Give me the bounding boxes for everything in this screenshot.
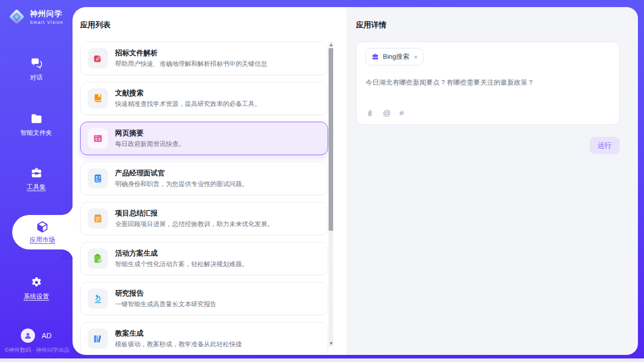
sidebar-item-toolset[interactable]: 工具集: [0, 166, 73, 192]
main-content: 应用列表 招标文件解析 帮助用户快速、准确地理解和解析招标书中的关键信息: [73, 7, 638, 355]
app-list-panel: 应用列表 招标文件解析 帮助用户快速、准确地理解和解析招标书中的关键信息: [73, 7, 346, 355]
sidebar-item-chat[interactable]: 对话: [0, 57, 73, 82]
notepad-icon: [92, 213, 103, 224]
app-card-bid-document-parsing[interactable]: 招标文件解析 帮助用户快速、准确地理解和解析招标书中的关键信息: [80, 42, 328, 75]
chip-close-icon[interactable]: ×: [414, 54, 418, 60]
scrollbar-thumb[interactable]: [329, 48, 333, 231]
app-name: 招标文件解析: [115, 49, 267, 58]
sidebar-item-label: 应用市场: [30, 236, 55, 244]
scroll-up-arrow-icon[interactable]: [329, 42, 333, 48]
app-icon-box: [88, 288, 108, 309]
app-description: 快速精准查找学术资源，提高研究效率的必备工具。: [115, 100, 261, 108]
app-detail-title: 应用详情: [356, 20, 386, 30]
user-name: AD: [42, 332, 51, 340]
sidebar-item-smart-folder[interactable]: 智能文件夹: [0, 112, 73, 137]
app-description: 全面回顾项目进展，总结经验教训，助力未来优化发展。: [115, 220, 274, 229]
blob-curve-top: [62, 204, 73, 215]
app-name: 活动方案生成: [115, 249, 248, 258]
brand-subtitle: Smart Vision: [30, 20, 63, 25]
sidebar-item-label: 智能文件夹: [20, 129, 52, 137]
app-description: 智能生成个性化活动方案，轻松解决规划难题。: [115, 260, 248, 269]
app-icon-box: [88, 168, 108, 189]
prompt-card: Bing搜索 × 今日湖北有哪些新闻要点？有哪些需要关注的最新政策？ @ #: [356, 42, 620, 125]
app-description: 明确身份和职责，为您提供专业性的面试问题。: [115, 180, 248, 189]
tool-chip-label: Bing搜索: [383, 52, 409, 61]
app-card-pm-interviewer[interactable]: 产品经理面试官 明确身份和职责，为您提供专业性的面试问题。: [80, 162, 328, 195]
app-background: 神州问学 Smart Vision 对话 智能文件夹 工具集: [0, 0, 644, 358]
sidebar-item-label: 工具集: [27, 183, 46, 192]
blob-curve-bottom: [62, 249, 73, 261]
cube-icon: [35, 220, 49, 234]
app-list-title: 应用列表: [80, 20, 111, 30]
app-name: 项目总结汇报: [115, 209, 274, 218]
sidebar-item-app-market[interactable]: 应用市场: [12, 215, 73, 249]
book-icon: [92, 93, 103, 104]
app-icon-box: [88, 88, 108, 108]
folder-icon: [30, 112, 43, 125]
app-icon-box: [88, 208, 108, 229]
app-card-event-plan-generator[interactable]: 活动方案生成 智能生成个性化活动方案，轻松解决规划难题。: [80, 242, 328, 275]
sidebar-item-label: 对话: [30, 74, 43, 82]
sidebar-item-label: 系统设置: [24, 293, 49, 301]
app-list: 招标文件解析 帮助用户快速、准确地理解和解析招标书中的关键信息 文献搜索: [80, 42, 328, 355]
person-icon: [23, 331, 32, 340]
app-name: 文献搜索: [115, 89, 261, 98]
paperclip-icon[interactable]: [366, 109, 374, 118]
app-detail-panel: 应用详情 Bing搜索 × 今日湖北有哪些新闻要点？有哪些需要关注的最新政策？ …: [346, 7, 638, 355]
edit-document-icon: [92, 53, 103, 64]
hash-tag-icon[interactable]: #: [400, 108, 404, 118]
app-card-literature-search[interactable]: 文献搜索 快速精准查找学术资源，提高研究效率的必备工具。: [80, 82, 328, 115]
books-icon: [92, 333, 103, 344]
run-button[interactable]: 运行: [590, 137, 620, 154]
app-card-lesson-plan-generator[interactable]: 教案生成 模板驱动，教案秒成，教学准备从此轻松快捷: [80, 322, 328, 355]
app-card-project-summary[interactable]: 项目总结汇报 全面回顾项目进展，总结经验教训，助力未来优化发展。: [80, 202, 328, 235]
prompt-text[interactable]: 今日湖北有哪些新闻要点？有哪些需要关注的最新政策？: [366, 78, 610, 87]
app-description: 一键智能生成高质量长文本研究报告: [115, 300, 217, 309]
clipboard-check-icon: [92, 253, 103, 264]
app-description: 帮助用户快速、准确地理解和解析招标书中的关键信息: [115, 60, 267, 68]
app-icon-box: [88, 248, 108, 269]
gear-icon: [30, 276, 43, 289]
app-description: 模板驱动，教案秒成，教学准备从此轻松快捷: [115, 340, 242, 349]
sidebar-item-settings[interactable]: 系统设置: [0, 276, 73, 301]
app-card-web-summary[interactable]: 网页摘要 每日政府新闻资讯快查。: [80, 122, 328, 155]
app-name: 研究报告: [115, 289, 217, 298]
tool-chip-bing-search[interactable]: Bing搜索 ×: [366, 48, 423, 65]
mention-at-icon[interactable]: @: [383, 108, 391, 118]
app-name: 教案生成: [115, 329, 242, 338]
sidebar: 神州问学 Smart Vision 对话 智能文件夹 工具集: [0, 0, 73, 358]
app-list-scrollbar[interactable]: [329, 42, 333, 346]
microscope-icon: [92, 293, 103, 304]
briefcase-icon: [371, 53, 379, 61]
app-icon-box: [88, 329, 108, 349]
brand-logo: 神州问学 Smart Vision: [8, 8, 63, 26]
app-name: 网页摘要: [115, 129, 185, 138]
app-name: 产品经理面试官: [115, 169, 248, 178]
browser-code-icon: [92, 133, 103, 144]
avatar: [21, 329, 35, 343]
copyright-text: ©神州数码 · 神州问学出品: [5, 346, 69, 354]
chat-icon: [30, 57, 43, 70]
scroll-down-arrow-icon[interactable]: [329, 340, 333, 346]
app-icon-box: [88, 128, 108, 149]
resume-icon: [92, 173, 103, 184]
brand-name: 神州问学: [30, 9, 63, 19]
user-profile[interactable]: AD: [0, 329, 73, 343]
app-icon-box: [88, 48, 108, 68]
attachment-toolbar: @ #: [366, 108, 404, 118]
app-description: 每日政府新闻资讯快查。: [115, 140, 185, 149]
toolbox-icon: [30, 166, 43, 179]
diamond-logo-icon: [8, 8, 26, 26]
app-card-research-report[interactable]: 研究报告 一键智能生成高质量长文本研究报告: [80, 282, 328, 315]
